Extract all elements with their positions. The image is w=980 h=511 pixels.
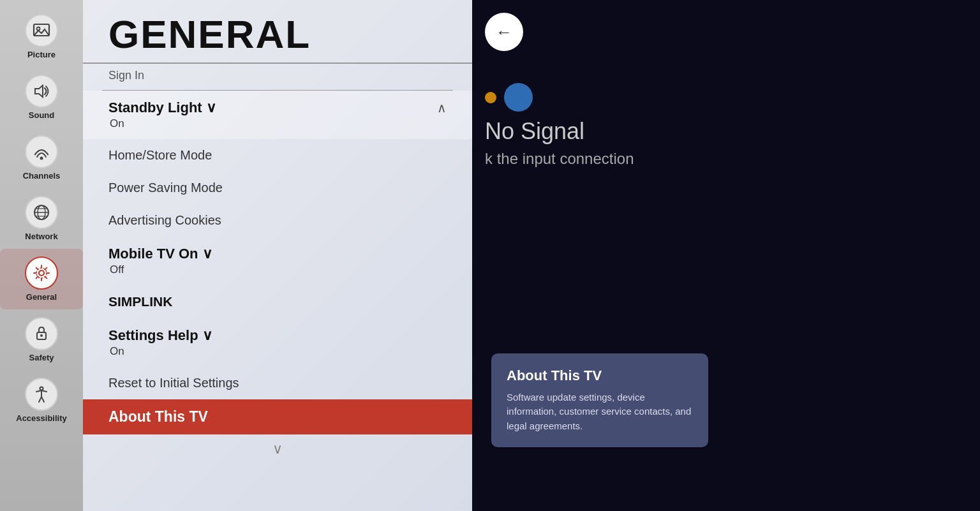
sidebar-item-network[interactable]: Network — [0, 188, 83, 249]
menu-item-reset-initial-settings[interactable]: Reset to Initial Settings — [83, 367, 472, 399]
standby-light-value: On — [108, 117, 447, 130]
menu-item-simplink[interactable]: SIMPLINK — [83, 285, 472, 318]
accessibility-icon — [25, 378, 58, 411]
power-saving-mode-title: Power Saving Mode — [108, 181, 223, 195]
sidebar-label-safety: Safety — [29, 353, 54, 362]
channels-icon — [25, 135, 58, 168]
dot-blue — [504, 83, 533, 112]
tv-panel: ← No Signal k the input connection About… — [472, 0, 980, 511]
menu-item-home-store-mode[interactable]: Home/Store Mode — [83, 139, 472, 172]
mobile-tv-on-title: Mobile TV On ∨ — [108, 246, 212, 262]
sidebar-item-safety[interactable]: Safety — [0, 309, 83, 370]
page-title: GENERAL — [108, 13, 447, 56]
sign-in-area: Sign In — [83, 64, 472, 90]
menu-item-standby-light[interactable]: Standby Light ∨ ∧ On — [83, 91, 472, 139]
menu-item-advertising-cookies[interactable]: Advertising Cookies — [83, 204, 472, 237]
main-panel: GENERAL Sign In Standby Light ∨ ∧ On Hom… — [83, 0, 472, 511]
sidebar-item-general[interactable]: General — [0, 249, 83, 309]
dots-row — [485, 83, 533, 112]
standby-light-title: Standby Light ∨ — [108, 100, 216, 116]
simplink-title: SIMPLINK — [108, 294, 172, 309]
no-signal-text: No Signal — [485, 118, 584, 145]
sidebar-item-channels[interactable]: Channels — [0, 128, 83, 188]
settings-help-value: On — [108, 345, 447, 358]
svg-point-3 — [40, 157, 43, 160]
menu-item-settings-help[interactable]: Settings Help ∨ On — [83, 318, 472, 367]
sidebar-label-network: Network — [25, 232, 57, 241]
check-input-text: k the input connection — [485, 150, 634, 168]
sidebar-label-general: General — [26, 292, 57, 302]
svg-point-12 — [40, 334, 43, 337]
menu-item-about-this-tv[interactable]: About This TV — [83, 399, 472, 434]
sound-icon — [25, 75, 58, 108]
about-tv-card-title: About This TV — [507, 367, 693, 384]
sign-in-label: Sign In — [108, 69, 144, 82]
sidebar-item-sound[interactable]: Sound — [0, 67, 83, 128]
sidebar: Picture Sound Channels — [0, 0, 83, 511]
menu-item-power-saving-mode[interactable]: Power Saving Mode — [83, 172, 472, 204]
network-icon — [25, 196, 58, 229]
about-tv-card-description: Software update settings, device informa… — [507, 390, 693, 434]
sidebar-label-picture: Picture — [27, 50, 56, 59]
settings-help-title: Settings Help ∨ — [108, 327, 212, 344]
sidebar-item-picture[interactable]: Picture — [0, 6, 83, 67]
scroll-down-indicator: ∨ — [83, 434, 472, 464]
chevron-up-icon: ∧ — [437, 100, 447, 115]
svg-point-13 — [40, 387, 43, 390]
dot-orange — [485, 92, 496, 103]
advertising-cookies-title: Advertising Cookies — [108, 213, 221, 228]
sidebar-label-accessibility: Accessibility — [16, 413, 67, 423]
reset-initial-settings-title: Reset to Initial Settings — [108, 376, 239, 390]
about-this-tv-title: About This TV — [108, 408, 208, 426]
sidebar-label-channels: Channels — [23, 171, 61, 181]
svg-marker-2 — [35, 85, 43, 97]
main-panel-header: GENERAL — [83, 0, 472, 64]
menu-list: Sign In Standby Light ∨ ∧ On Home/Store … — [83, 64, 472, 485]
sidebar-item-accessibility[interactable]: Accessibility — [0, 370, 83, 431]
safety-icon — [25, 317, 58, 350]
sidebar-label-sound: Sound — [29, 110, 54, 120]
general-icon — [25, 256, 58, 290]
home-store-mode-title: Home/Store Mode — [108, 148, 212, 163]
back-icon: ← — [496, 22, 512, 42]
menu-item-mobile-tv-on[interactable]: Mobile TV On ∨ Off — [83, 237, 472, 285]
back-button[interactable]: ← — [485, 13, 523, 51]
svg-point-9 — [39, 270, 44, 276]
mobile-tv-on-value: Off — [108, 263, 447, 276]
about-tv-card: About This TV Software update settings, … — [491, 353, 708, 448]
picture-icon — [25, 14, 58, 47]
